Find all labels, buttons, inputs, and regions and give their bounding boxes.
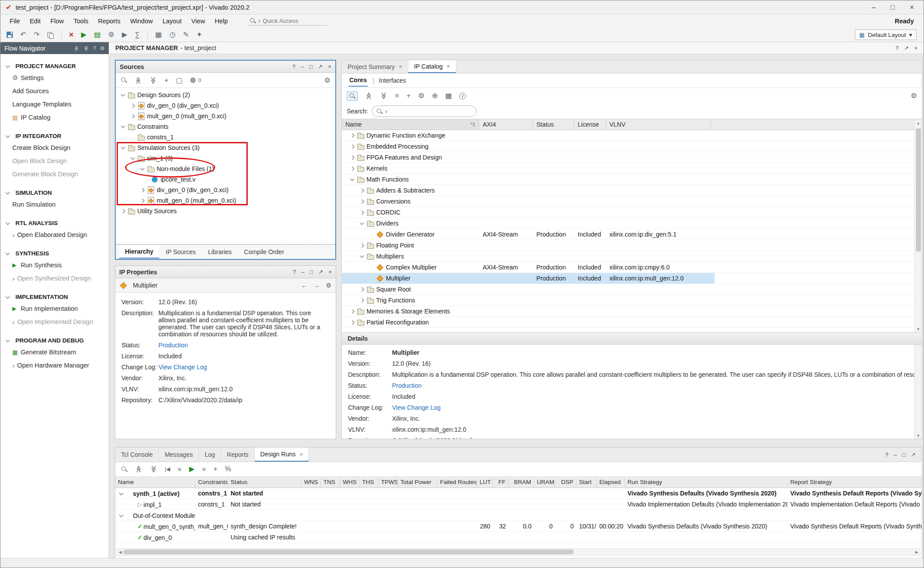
- sigma-icon[interactable]: ∑: [135, 31, 139, 38]
- quick-access-search[interactable]: ∨: [248, 17, 327, 25]
- properties-doc-icon[interactable]: ▢: [176, 77, 183, 84]
- report-icon[interactable]: ▦: [155, 31, 162, 38]
- flow-nav-item[interactable]: › Open Hardware Manager: [0, 359, 109, 372]
- column-header-uram[interactable]: URAM: [534, 477, 555, 488]
- catalog-row[interactable]: Embedded Processing: [342, 141, 922, 152]
- expand-icon[interactable]: [120, 92, 126, 98]
- add-ip-icon[interactable]: +: [407, 92, 411, 99]
- expand-all-icon[interactable]: ≫: [150, 76, 157, 84]
- flow-section-header[interactable]: SIMULATION: [0, 188, 109, 198]
- gear-icon[interactable]: ⚙: [911, 92, 917, 99]
- float-icon[interactable]: ↗: [319, 269, 323, 275]
- gear-icon[interactable]: ⚙: [326, 282, 331, 289]
- expand-icon[interactable]: [359, 297, 365, 303]
- tree-row[interactable]: div_gen_0 (div_gen_0.xci): [116, 100, 335, 111]
- menu-item[interactable]: Layout: [158, 15, 187, 27]
- column-header-run-strategy[interactable]: Run Strategy: [625, 477, 788, 488]
- sources-tab[interactable]: Hierarchy: [119, 245, 159, 259]
- maximize-icon[interactable]: □: [309, 63, 313, 70]
- float-icon[interactable]: ↗: [904, 45, 909, 51]
- expand-all-icon[interactable]: ≫: [83, 45, 89, 51]
- expand-icon[interactable]: [120, 145, 126, 151]
- search-toggle-icon[interactable]: [347, 91, 358, 101]
- flow-nav-item[interactable]: › ▶ Run Synthesis: [0, 259, 109, 272]
- tab-cores[interactable]: Cores: [348, 74, 368, 87]
- flow-nav-item[interactable]: › ▶ Run Implementation: [0, 302, 109, 315]
- flow-nav-item[interactable]: › Language Templates: [0, 98, 109, 111]
- tab-interfaces[interactable]: Interfaces: [379, 77, 406, 84]
- expand-icon[interactable]: [359, 187, 365, 193]
- catalog-row[interactable]: Kernels: [342, 163, 922, 174]
- help-icon[interactable]: ?: [885, 451, 888, 458]
- info-icon[interactable]: i: [459, 93, 466, 99]
- tree-row[interactable]: Design Sources (2): [116, 90, 335, 100]
- maximize-button[interactable]: □: [891, 4, 895, 11]
- run-icon[interactable]: ▶: [189, 466, 194, 473]
- catalog-row[interactable]: CORDIC: [342, 207, 922, 218]
- help-icon[interactable]: ?: [895, 45, 898, 51]
- menu-item[interactable]: View: [187, 15, 210, 27]
- flow-nav-item[interactable]: › Generate Block Design: [0, 167, 109, 181]
- column-header-axi4[interactable]: AXI4: [479, 119, 533, 130]
- catalog-row[interactable]: Memories & Storage Elements: [342, 306, 922, 317]
- flow-section-header[interactable]: SYNTHESIS: [0, 248, 109, 259]
- minimize-icon[interactable]: –: [301, 269, 304, 275]
- close-icon[interactable]: ×: [399, 63, 402, 70]
- expand-icon[interactable]: [139, 197, 145, 204]
- collapse-all-icon[interactable]: ≪: [365, 92, 372, 100]
- scroll-left-icon[interactable]: ◀: [117, 550, 124, 554]
- help-icon[interactable]: ?: [293, 269, 296, 275]
- step-back-icon[interactable]: «: [178, 466, 182, 473]
- column-header-failed-routes[interactable]: Failed Routes: [437, 477, 477, 488]
- maximize-icon[interactable]: □: [310, 269, 313, 275]
- minimize-icon[interactable]: –: [894, 451, 897, 458]
- scroll-up-icon[interactable]: ▲: [917, 120, 920, 126]
- run-icon[interactable]: ▶: [81, 31, 86, 38]
- design-run-row[interactable]: Out-of-Context Module Runs: [115, 510, 922, 521]
- gear-icon[interactable]: ⚙: [100, 45, 105, 51]
- expand-icon[interactable]: [139, 166, 145, 172]
- tree-row[interactable]: ipcore_test.v: [116, 174, 335, 185]
- step-forward-icon[interactable]: »: [202, 466, 206, 473]
- tree-row[interactable]: Non-module Files (1): [116, 164, 335, 174]
- catalog-row[interactable]: Multipliers: [342, 251, 922, 262]
- flow-nav-item[interactable]: › Create Block Design: [0, 141, 109, 154]
- cancel-icon[interactable]: ×: [69, 31, 74, 39]
- copy-icon[interactable]: [47, 32, 54, 38]
- expand-icon[interactable]: [359, 242, 365, 248]
- close-icon[interactable]: ×: [328, 63, 331, 70]
- catalog-row[interactable]: Conversions: [342, 196, 922, 207]
- menu-item[interactable]: Flow: [45, 15, 69, 27]
- catalog-row[interactable]: Dividers: [342, 218, 922, 229]
- tree-row[interactable]: sim_1 (3): [116, 153, 335, 164]
- menu-item[interactable]: Help: [210, 15, 233, 27]
- column-header-start[interactable]: Start: [576, 477, 597, 488]
- catalog-row[interactable]: Divider Generator AXI4-Stream Production…: [342, 229, 922, 240]
- catalog-row[interactable]: Complex Multiplier AXI4-Stream Productio…: [342, 262, 922, 273]
- column-header-status[interactable]: Status: [533, 119, 574, 130]
- expand-icon[interactable]: [349, 319, 355, 325]
- expand-all-icon[interactable]: ≫: [380, 92, 387, 100]
- save-icon[interactable]: [7, 32, 13, 38]
- expand-icon[interactable]: [120, 124, 126, 130]
- column-header-tpws[interactable]: TPWS: [378, 477, 398, 488]
- bottom-tab[interactable]: Design Runs ×: [255, 448, 309, 462]
- close-icon[interactable]: ×: [914, 45, 917, 51]
- scroll-down-icon[interactable]: ▼: [917, 433, 920, 439]
- expand-icon[interactable]: [120, 208, 126, 214]
- design-run-row[interactable]: synth_1 (active) constrs_1 Not started V…: [115, 488, 922, 499]
- flow-section-header[interactable]: RTL ANALYSIS: [0, 218, 109, 228]
- details-scrollbar[interactable]: ▼: [914, 345, 922, 439]
- expand-all-icon[interactable]: ≫: [150, 466, 157, 473]
- flow-section-header[interactable]: PROJECT MANAGER: [0, 61, 109, 71]
- catalog-row[interactable]: FPGA Features and Design: [342, 152, 922, 163]
- expand-icon[interactable]: [359, 253, 365, 259]
- layout-dropdown[interactable]: ▦ Default Layout ▾: [855, 29, 917, 40]
- minimize-icon[interactable]: –: [301, 63, 304, 70]
- percent-icon[interactable]: %: [225, 466, 231, 473]
- expand-icon[interactable]: [349, 176, 355, 182]
- run-settings-icon[interactable]: ▶: [122, 31, 127, 38]
- bottom-tab[interactable]: Tcl Console ×: [115, 448, 159, 462]
- vertical-scrollbar[interactable]: ▲ ▼: [914, 120, 922, 332]
- expand-icon[interactable]: [359, 220, 365, 226]
